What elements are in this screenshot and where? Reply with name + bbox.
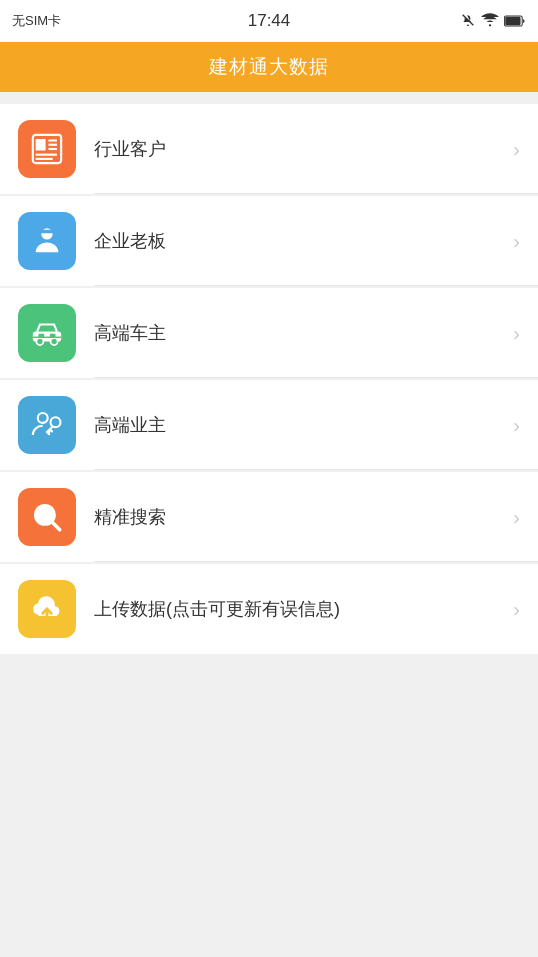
news-icon bbox=[30, 132, 64, 166]
upload-icon bbox=[30, 592, 64, 626]
highend-car-label: 高端车主 bbox=[94, 321, 513, 345]
time-text: 17:44 bbox=[248, 11, 291, 31]
divider-1 bbox=[94, 193, 538, 194]
precise-search-icon-wrapper bbox=[18, 488, 76, 546]
highend-car-chevron: › bbox=[513, 322, 520, 345]
main-content: 行业客户 › 企业老板 › bbox=[0, 92, 538, 668]
menu-item-enterprise-boss[interactable]: 企业老板 › bbox=[0, 196, 538, 286]
svg-rect-17 bbox=[39, 334, 45, 338]
mute-icon bbox=[460, 12, 476, 31]
menu-item-highend-car[interactable]: 高端车主 › bbox=[0, 288, 538, 378]
carrier-text: 无SIM卡 bbox=[12, 12, 61, 30]
car-icon bbox=[30, 316, 64, 350]
svg-rect-12 bbox=[39, 230, 56, 232]
precise-search-chevron: › bbox=[513, 506, 520, 529]
svg-point-19 bbox=[38, 413, 48, 423]
industry-customer-icon-wrapper bbox=[18, 120, 76, 178]
industry-customer-chevron: › bbox=[513, 138, 520, 161]
status-icons bbox=[460, 12, 526, 31]
wifi-icon bbox=[481, 13, 499, 30]
upload-data-label: 上传数据(点击可更新有误信息) bbox=[94, 597, 513, 621]
svg-line-22 bbox=[52, 522, 60, 530]
svg-rect-4 bbox=[36, 139, 46, 150]
highend-owner-icon-wrapper bbox=[18, 396, 76, 454]
enterprise-boss-label: 企业老板 bbox=[94, 229, 513, 253]
menu-item-upload-data[interactable]: 上传数据(点击可更新有误信息) › bbox=[0, 564, 538, 654]
svg-rect-18 bbox=[50, 334, 56, 338]
divider-3 bbox=[94, 377, 538, 378]
enterprise-boss-chevron: › bbox=[513, 230, 520, 253]
header-title: 建材通大数据 bbox=[209, 54, 329, 80]
search-icon bbox=[30, 500, 64, 534]
enterprise-boss-icon-wrapper bbox=[18, 212, 76, 270]
menu-item-highend-owner[interactable]: 高端业主 › bbox=[0, 380, 538, 470]
industry-customer-label: 行业客户 bbox=[94, 137, 513, 161]
status-bar: 无SIM卡 17:44 bbox=[0, 0, 538, 42]
highend-car-icon-wrapper bbox=[18, 304, 76, 362]
divider-5 bbox=[94, 561, 538, 562]
app-header: 建材通大数据 bbox=[0, 42, 538, 92]
highend-owner-chevron: › bbox=[513, 414, 520, 437]
svg-point-15 bbox=[51, 338, 58, 345]
divider-4 bbox=[94, 469, 538, 470]
menu-item-precise-search[interactable]: 精准搜索 › bbox=[0, 472, 538, 562]
key-icon bbox=[30, 408, 64, 442]
battery-icon bbox=[504, 15, 526, 27]
upload-data-chevron: › bbox=[513, 598, 520, 621]
divider-2 bbox=[94, 285, 538, 286]
person-icon bbox=[30, 224, 64, 258]
svg-point-14 bbox=[36, 338, 43, 345]
upload-data-icon-wrapper bbox=[18, 580, 76, 638]
highend-owner-label: 高端业主 bbox=[94, 413, 513, 437]
menu-item-industry-customer[interactable]: 行业客户 › bbox=[0, 104, 538, 194]
precise-search-label: 精准搜索 bbox=[94, 505, 513, 529]
svg-rect-2 bbox=[505, 17, 520, 25]
